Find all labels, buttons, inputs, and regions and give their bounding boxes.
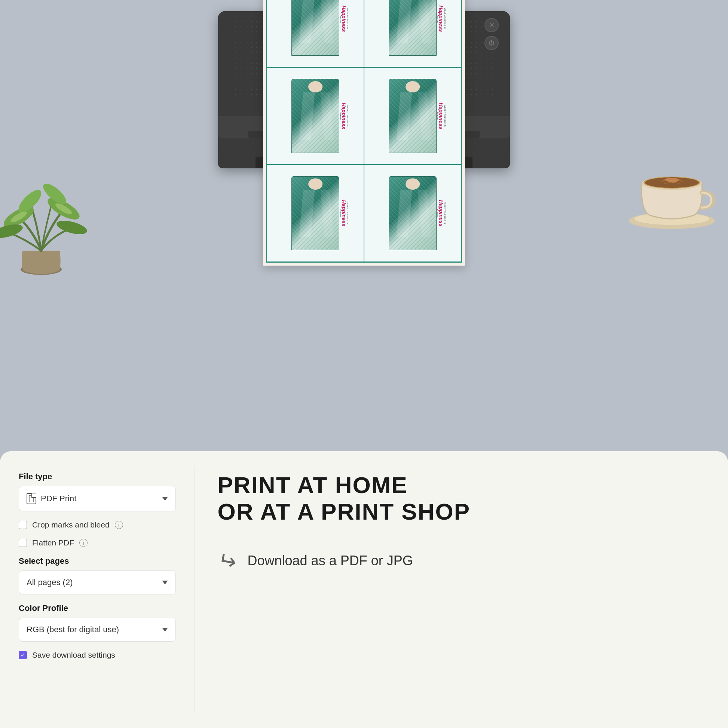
card-content-6: WRAP YOURSELF IN Happiness ♥ STAY FAR <box>369 170 456 257</box>
chevron-down-icon <box>162 497 168 500</box>
flatten-pdf-checkbox[interactable] <box>19 539 27 547</box>
card-robe-1 <box>291 0 339 56</box>
card-content-4: WRAP YOURSELF IN Happiness ♥ STAY FAR <box>369 73 456 159</box>
promo-line1: PRINT AT HOME <box>218 472 706 498</box>
crop-marks-label: Crop marks and bleed <box>32 520 110 529</box>
print-cell-3: WRAP YOURSELF IN Happiness ♥ STAY FAR <box>267 67 364 165</box>
promo-line2: OR AT A PRINT SHOP <box>218 498 706 525</box>
chevron-down-pages-icon <box>162 581 168 584</box>
file-icon <box>26 493 36 504</box>
card-robe-6 <box>389 176 437 250</box>
print-grid: WRAP YOURSELF IN Happiness ♥ STAY FAR <box>266 0 462 263</box>
dropdown-inner: PDF Print <box>26 493 76 504</box>
file-type-value: PDF Print <box>41 494 76 503</box>
flatten-pdf-info-icon[interactable]: i <box>79 539 87 547</box>
file-type-dropdown[interactable]: PDF Print <box>19 486 176 511</box>
happiness-text-1: Happiness <box>341 6 346 32</box>
bottom-panel: File type PDF Print <box>0 451 728 728</box>
file-type-label: File type <box>19 472 176 482</box>
paper-output: WRAP YOURSELF IN Happiness ♥ STAY FAR <box>263 0 465 266</box>
arrow-icon: ↵ <box>216 546 238 575</box>
print-cell-2: WRAP YOURSELF IN Happiness ♥ STAY FAR <box>364 0 461 67</box>
color-profile-label: Color Profile <box>19 603 176 613</box>
card-text-3: WRAP YOURSELF IN Happiness ♥ STAY FAR <box>339 103 349 130</box>
coffee-cup-decoration <box>623 135 720 232</box>
print-cell-6: WRAP YOURSELF IN Happiness ♥ STAY FAR <box>364 165 461 262</box>
flatten-pdf-row[interactable]: Flatten PDF i <box>19 538 176 547</box>
crop-marks-checkbox[interactable] <box>19 521 27 529</box>
right-promo-panel: PRINT AT HOME OR AT A PRINT SHOP ↵ Downl… <box>195 451 728 728</box>
card-robe-4 <box>389 79 437 153</box>
printer-buttons: ✕ ⏻ <box>485 18 499 50</box>
card-text-2: WRAP YOURSELF IN Happiness ♥ STAY FAR <box>437 6 446 32</box>
save-settings-row[interactable]: ✓ Save download settings <box>19 650 176 659</box>
printer: ✕ ⏻ <box>218 11 510 168</box>
promo-title: PRINT AT HOME OR AT A PRINT SHOP <box>218 472 706 525</box>
card-text-5: WRAP YOURSELF IN Happiness ♥ STAY FAR <box>339 200 349 227</box>
save-settings-label: Save download settings <box>32 650 115 659</box>
card-text-6: WRAP YOURSELF IN Happiness ♥ STAY FAR <box>437 200 446 227</box>
plant-decoration <box>0 142 93 284</box>
select-pages-section: Select pages All pages (2) <box>19 556 176 595</box>
print-cell-5: WRAP YOURSELF IN Happiness ♥ STAY FAR <box>267 165 364 262</box>
card-robe-2 <box>389 0 437 56</box>
print-cell-1: WRAP YOURSELF IN Happiness ♥ STAY FAR <box>267 0 364 67</box>
color-profile-section: Color Profile RGB (best for digital use) <box>19 603 176 642</box>
card-content-5: WRAP YOURSELF IN Happiness ♥ STAY FAR <box>272 170 359 257</box>
card-content-2: WRAP YOURSELF IN Happiness ♥ STAY FAR <box>369 0 456 62</box>
color-profile-dropdown[interactable]: RGB (best for digital use) <box>19 618 176 642</box>
chevron-down-color-icon <box>162 628 168 632</box>
left-settings-panel: File type PDF Print <box>0 451 194 728</box>
card-content-3: WRAP YOURSELF IN Happiness ♥ STAY FAR <box>272 73 359 159</box>
select-pages-value: All pages (2) <box>26 578 73 587</box>
print-cell-4: WRAP YOURSELF IN Happiness ♥ STAY FAR <box>364 67 461 165</box>
card-robe-5 <box>291 176 339 250</box>
flatten-pdf-label: Flatten PDF <box>32 538 74 547</box>
card-text-1: WRAP YOURSELF IN Happiness ♥ STAY FAR <box>339 6 349 32</box>
main-scene: ✕ ⏻ <box>0 0 728 728</box>
save-settings-checkbox[interactable]: ✓ <box>19 651 27 659</box>
select-pages-dropdown[interactable]: All pages (2) <box>19 570 176 595</box>
close-button[interactable]: ✕ <box>485 18 499 32</box>
card-robe-3 <box>291 79 339 153</box>
printer-area: ✕ ⏻ <box>0 0 728 269</box>
file-type-section: File type PDF Print <box>19 472 176 511</box>
card-text-4: WRAP YOURSELF IN Happiness ♥ STAY FAR <box>437 103 446 130</box>
power-button[interactable]: ⏻ <box>485 36 499 50</box>
card-content-1: WRAP YOURSELF IN Happiness ♥ STAY FAR <box>272 0 359 62</box>
promo-subtitle: Download as a PDF or JPG <box>248 553 413 569</box>
crop-marks-row[interactable]: Crop marks and bleed i <box>19 520 176 529</box>
color-profile-value: RGB (best for digital use) <box>26 625 119 635</box>
wrap-text-1: WRAP YOURSELF IN <box>346 6 349 32</box>
select-pages-label: Select pages <box>19 556 176 566</box>
crop-marks-info-icon[interactable]: i <box>115 521 123 529</box>
promo-subtitle-area: ↵ Download as a PDF or JPG <box>218 548 706 574</box>
